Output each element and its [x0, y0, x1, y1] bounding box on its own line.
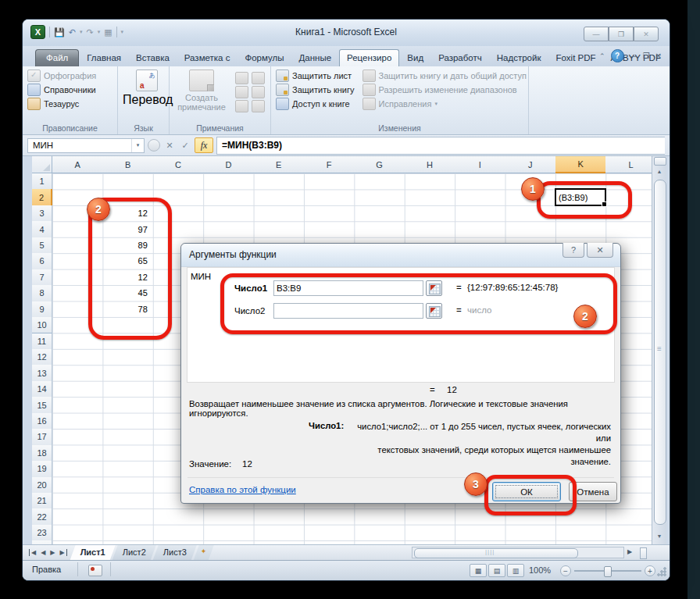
ribbon-tab-рецензиро[interactable]: Рецензиро	[339, 49, 399, 66]
row-header-23[interactable]: 23	[32, 525, 52, 541]
row-header-17[interactable]: 17	[32, 429, 52, 445]
column-header-A[interactable]: A	[52, 156, 103, 173]
sheet-tab-лист2[interactable]: Лист2	[112, 545, 156, 560]
zoom-level[interactable]: 100%	[529, 565, 551, 575]
row-header-1[interactable]: 1	[32, 173, 52, 190]
zoom-out-icon[interactable]: −	[560, 565, 571, 576]
tab-split-handle[interactable]	[640, 547, 647, 559]
ribbon-tab-foxit-pdf[interactable]: Foxit PDF	[548, 50, 602, 66]
row-header-19[interactable]: 19	[32, 461, 52, 477]
ribbon-tab-главная[interactable]: Главная	[80, 50, 128, 66]
zoom-in-icon[interactable]: +	[645, 565, 655, 576]
scroll-right-icon[interactable]: ▶	[627, 548, 632, 555]
dialog-close-icon[interactable]: ✕	[587, 243, 613, 258]
resize-grip[interactable]	[657, 567, 666, 576]
vertical-scroll-thumb[interactable]	[654, 180, 666, 525]
row-header-3[interactable]: 3	[32, 205, 52, 222]
restore-icon[interactable]: ❐	[609, 27, 634, 41]
research-button[interactable]: Справочники	[27, 83, 112, 97]
row-header-16[interactable]: 16	[32, 413, 52, 430]
zoom-slider-thumb[interactable]	[604, 566, 612, 577]
ribbon-tab-разметка-с[interactable]: Разметка с	[177, 50, 238, 66]
minimize-icon[interactable]: —	[584, 27, 609, 41]
sheet-tab-лист3[interactable]: Лист3	[153, 545, 197, 560]
share-workbook-button[interactable]: Доступ к книге	[276, 97, 355, 111]
column-header-F[interactable]: F	[304, 156, 355, 173]
protect-and-share-button[interactable]: Защитить книгу и дать общий доступ	[362, 69, 527, 83]
macro-record-icon[interactable]	[88, 565, 102, 576]
column-header-J[interactable]: J	[505, 156, 556, 173]
workbook-restore-icon[interactable]: ❐	[643, 52, 650, 60]
sheet-tab-лист1[interactable]: Лист1	[70, 545, 116, 560]
next-comment-icon[interactable]	[235, 100, 248, 112]
column-header-G[interactable]: G	[354, 156, 405, 173]
page-layout-view-icon[interactable]: ▤	[488, 564, 505, 577]
last-sheet-icon[interactable]: ▶	[59, 549, 66, 556]
page-break-view-icon[interactable]: ▥	[507, 564, 524, 577]
dialog-help-icon[interactable]: ?	[562, 243, 584, 258]
row-header-21[interactable]: 21	[32, 493, 52, 509]
column-header-K[interactable]: K	[555, 156, 606, 173]
row-header-2[interactable]: 2	[32, 189, 52, 205]
row-header-8[interactable]: 8	[32, 285, 52, 301]
next-sheet-icon[interactable]: ▶	[50, 549, 55, 556]
column-header-L[interactable]: L	[605, 156, 652, 173]
delete-comment-icon[interactable]	[235, 72, 248, 84]
show-comment-icon[interactable]	[252, 72, 265, 84]
scroll-up-icon[interactable]: ▲	[653, 165, 666, 177]
column-header-H[interactable]: H	[405, 156, 455, 173]
normal-view-icon[interactable]: ▦	[470, 564, 487, 577]
ribbon-tab-надстройк[interactable]: Надстройк	[490, 50, 548, 66]
row-header-7[interactable]: 7	[32, 269, 52, 286]
select-all-corner[interactable]	[32, 156, 52, 173]
previous-comment-icon[interactable]	[235, 86, 248, 98]
column-header-B[interactable]: B	[102, 156, 153, 173]
row-header-12[interactable]: 12	[32, 349, 52, 365]
show-all-comments-icon[interactable]	[252, 86, 265, 98]
column-header-D[interactable]: D	[203, 156, 254, 173]
ribbon-tab-разработч[interactable]: Разработч	[431, 50, 489, 66]
row-header-22[interactable]: 22	[32, 508, 52, 525]
scroll-down-icon[interactable]: ▼	[653, 529, 666, 542]
thesaurus-button[interactable]: Тезаурус	[27, 97, 112, 111]
row-header-5[interactable]: 5	[32, 237, 52, 254]
ribbon-tab-данные[interactable]: Данные	[292, 50, 339, 66]
column-header-C[interactable]: C	[153, 156, 204, 173]
horizontal-scrollbar[interactable]	[412, 547, 624, 558]
horizontal-scroll-thumb[interactable]	[414, 548, 578, 558]
ribbon-tab-файл[interactable]: Файл	[35, 49, 79, 66]
help-icon[interactable]: ?	[611, 49, 624, 62]
show-ink-icon[interactable]	[252, 100, 265, 112]
insert-function-icon[interactable]: fx	[195, 137, 213, 153]
name-box-dropdown-icon[interactable]: ▾	[131, 139, 144, 152]
column-header-I[interactable]: I	[455, 156, 505, 173]
first-sheet-icon[interactable]: ◀	[29, 549, 36, 556]
function-help-link[interactable]: Справка по этой функции	[189, 485, 296, 494]
row-header-10[interactable]: 10	[32, 317, 52, 333]
workbook-minimize-icon[interactable]: —	[630, 52, 638, 60]
protect-workbook-button[interactable]: Защитить книгу	[276, 83, 355, 97]
previous-sheet-icon[interactable]: ◀	[41, 549, 45, 556]
workbook-close-icon[interactable]: ✕	[655, 52, 662, 60]
formula-input[interactable]: =МИН(B3:B9)	[216, 137, 665, 155]
ribbon-tab-вид[interactable]: Вид	[400, 50, 430, 66]
enter-formula-icon[interactable]: ✓	[179, 141, 191, 151]
protect-sheet-button[interactable]: Защитить лист	[276, 69, 355, 83]
ribbon-tab-вставка[interactable]: Вставка	[129, 50, 177, 66]
row-header-11[interactable]: 11	[32, 333, 52, 350]
row-header-15[interactable]: 15	[32, 397, 52, 413]
close-icon[interactable]: ✕	[634, 27, 659, 41]
name-box[interactable]: МИН ▾	[27, 138, 145, 153]
row-header-6[interactable]: 6	[32, 253, 52, 269]
row-header-20[interactable]: 20	[32, 477, 52, 494]
track-changes-button[interactable]: Исправления ▾	[362, 97, 527, 111]
row-header-13[interactable]: 13	[32, 365, 52, 381]
row-header-14[interactable]: 14	[32, 381, 52, 398]
translate-button[interactable]: Перевод	[123, 70, 171, 107]
allow-edit-ranges-button[interactable]: Разрешить изменение диапазонов	[362, 83, 527, 97]
row-header-9[interactable]: 9	[32, 301, 52, 318]
spelling-button[interactable]: Орфография	[27, 69, 112, 83]
cancel-formula-icon[interactable]: ✕	[163, 141, 176, 151]
row-header-18[interactable]: 18	[32, 445, 52, 462]
ribbon-tab-формулы[interactable]: Формулы	[238, 50, 291, 66]
